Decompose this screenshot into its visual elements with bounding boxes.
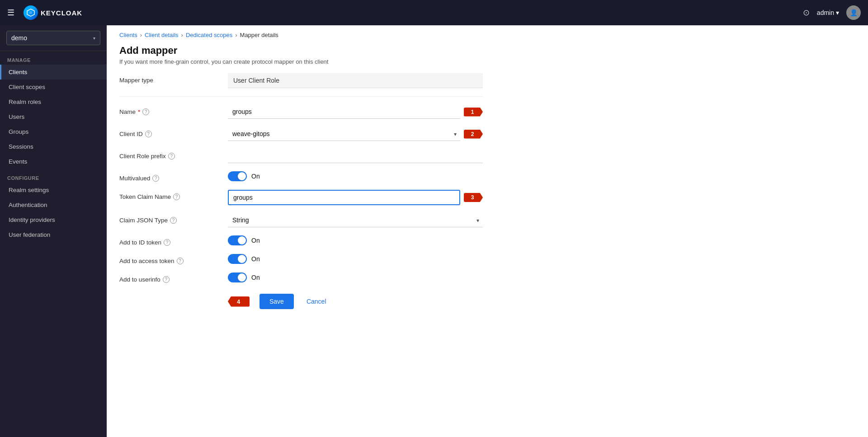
- client-id-select-wrap: weave-gitops ▾: [228, 127, 460, 141]
- add-to-userinfo-label: Add to userinfo ?: [119, 273, 219, 283]
- claim-json-type-help-icon[interactable]: ?: [170, 217, 177, 224]
- token-claim-name-label: Token Claim Name ?: [119, 190, 219, 200]
- add-to-userinfo-control: On: [228, 273, 483, 282]
- add-to-id-token-row: Add to ID token ? On: [119, 235, 483, 246]
- breadcrumb-clients[interactable]: Clients: [119, 32, 137, 38]
- claim-json-type-row: Claim JSON Type ? String long int boolea…: [119, 213, 483, 227]
- sidebar: demo ▾ Manage Clients Client scopes Real…: [0, 25, 107, 437]
- page-subtitle: If you want more fine-grain control, you…: [119, 58, 855, 65]
- client-role-prefix-label: Client Role prefix ?: [119, 149, 219, 160]
- multivalued-control: On: [228, 171, 483, 181]
- logo-text: KEYCLOAK: [41, 9, 82, 17]
- sidebar-item-users[interactable]: Users: [0, 109, 107, 124]
- avatar[interactable]: 👤: [846, 5, 861, 20]
- breadcrumb-client-details[interactable]: Client details: [145, 32, 178, 38]
- breadcrumb-mapper-details: Mapper details: [240, 32, 278, 38]
- sidebar-item-realm-settings[interactable]: Realm settings: [0, 183, 107, 197]
- add-to-id-token-help-icon[interactable]: ?: [164, 239, 170, 246]
- breadcrumb-dedicated-scopes[interactable]: Dedicated scopes: [186, 32, 232, 38]
- realm-label: demo: [11, 34, 27, 42]
- mapper-type-row: Mapper type: [119, 73, 483, 88]
- breadcrumb-sep-1: ›: [140, 32, 142, 38]
- client-role-prefix-control: [228, 149, 483, 163]
- add-to-id-token-control: On: [228, 235, 483, 245]
- sidebar-item-client-scopes[interactable]: Client scopes: [0, 80, 107, 94]
- add-to-access-token-control: On: [228, 254, 483, 264]
- breadcrumb-sep-3: ›: [235, 32, 237, 38]
- hamburger-menu[interactable]: ☰: [7, 8, 14, 18]
- page-header: Add mapper If you want more fine-grain c…: [107, 41, 868, 73]
- mapper-type-control: [228, 73, 483, 88]
- annotation-step1: 1: [464, 108, 483, 117]
- realm-selector[interactable]: demo ▾: [0, 25, 107, 51]
- token-claim-name-help-icon[interactable]: ?: [173, 193, 180, 200]
- add-to-access-token-value: On: [251, 255, 260, 263]
- add-to-userinfo-row: Add to userinfo ? On: [119, 273, 483, 283]
- client-id-select[interactable]: weave-gitops: [228, 127, 460, 141]
- client-role-prefix-help-icon[interactable]: ?: [168, 153, 175, 160]
- sidebar-item-sessions[interactable]: Sessions: [0, 139, 107, 154]
- multivalued-row: Multivalued ? On: [119, 171, 483, 182]
- annotation-step2: 2: [464, 130, 483, 139]
- sidebar-item-user-federation[interactable]: User federation: [0, 227, 107, 242]
- add-to-id-token-label: Add to ID token ?: [119, 235, 219, 246]
- logo-icon: [24, 5, 38, 20]
- name-control: 1: [228, 105, 483, 119]
- add-to-userinfo-toggle[interactable]: [228, 273, 247, 282]
- annotation-step4: 4: [228, 296, 250, 307]
- topbar: ☰ KEYCLOAK ⊙ admin ▾ 👤: [0, 0, 868, 25]
- token-claim-name-input[interactable]: [228, 190, 460, 205]
- claim-json-type-select-wrap: String long int boolean JSON ▾: [228, 213, 483, 227]
- realm-chevron: ▾: [93, 36, 95, 41]
- sidebar-item-groups[interactable]: Groups: [0, 124, 107, 139]
- sidebar-item-clients[interactable]: Clients: [0, 65, 107, 80]
- sidebar-item-authentication[interactable]: Authentication: [0, 197, 107, 212]
- add-to-access-token-row: Add to access token ? On: [119, 254, 483, 264]
- name-help-icon[interactable]: ?: [142, 108, 149, 115]
- user-chevron: ▾: [836, 9, 839, 16]
- breadcrumb: Clients › Client details › Dedicated sco…: [107, 25, 868, 41]
- sidebar-item-realm-roles[interactable]: Realm roles: [0, 94, 107, 109]
- user-menu[interactable]: admin ▾: [817, 9, 839, 16]
- claim-json-type-control: String long int boolean JSON ▾: [228, 213, 483, 227]
- mapper-type-input: [228, 73, 483, 88]
- add-to-access-token-help-icon[interactable]: ?: [177, 258, 184, 264]
- cancel-button[interactable]: Cancel: [300, 294, 333, 309]
- configure-section-label: Configure: [0, 169, 107, 183]
- client-role-prefix-row: Client Role prefix ?: [119, 149, 483, 163]
- token-claim-name-row: Token Claim Name ? 3: [119, 190, 483, 205]
- token-claim-name-control: 3: [228, 190, 483, 205]
- multivalued-toggle[interactable]: [228, 171, 247, 181]
- user-label: admin: [817, 9, 834, 16]
- annotation-step3: 3: [464, 193, 483, 202]
- multivalued-help-icon[interactable]: ?: [152, 175, 159, 182]
- name-label: Name * ?: [119, 105, 219, 115]
- mapper-type-label: Mapper type: [119, 73, 219, 84]
- breadcrumb-sep-2: ›: [181, 32, 183, 38]
- add-to-userinfo-help-icon[interactable]: ?: [163, 276, 170, 283]
- client-role-prefix-input[interactable]: [228, 149, 483, 163]
- client-id-help-icon[interactable]: ?: [145, 131, 152, 137]
- add-to-access-token-toggle[interactable]: [228, 254, 247, 264]
- button-row: 4 Save Cancel: [119, 294, 483, 309]
- client-id-row: Client ID ? weave-gitops ▾ 2: [119, 127, 483, 141]
- manage-section-label: Manage: [0, 51, 107, 65]
- multivalued-value: On: [251, 173, 260, 180]
- sidebar-item-events[interactable]: Events: [0, 154, 107, 169]
- claim-json-type-label: Claim JSON Type ?: [119, 213, 219, 224]
- client-id-control: weave-gitops ▾ 2: [228, 127, 483, 141]
- main-content: Clients › Client details › Dedicated sco…: [107, 25, 868, 437]
- topbar-right: ⊙ admin ▾ 👤: [803, 5, 861, 20]
- add-to-id-token-toggle[interactable]: [228, 235, 247, 245]
- page-title: Add mapper: [119, 45, 855, 56]
- sidebar-item-identity-providers[interactable]: Identity providers: [0, 212, 107, 227]
- multivalued-label: Multivalued ?: [119, 171, 219, 182]
- help-icon[interactable]: ⊙: [803, 8, 810, 18]
- add-to-id-token-value: On: [251, 237, 260, 244]
- save-button[interactable]: Save: [259, 294, 294, 309]
- add-to-userinfo-value: On: [251, 274, 260, 281]
- claim-json-type-select[interactable]: String long int boolean JSON: [228, 213, 483, 227]
- svg-point-1: [29, 11, 32, 14]
- name-input[interactable]: [228, 105, 460, 119]
- form-area: Mapper type Name * ? 1: [107, 73, 495, 327]
